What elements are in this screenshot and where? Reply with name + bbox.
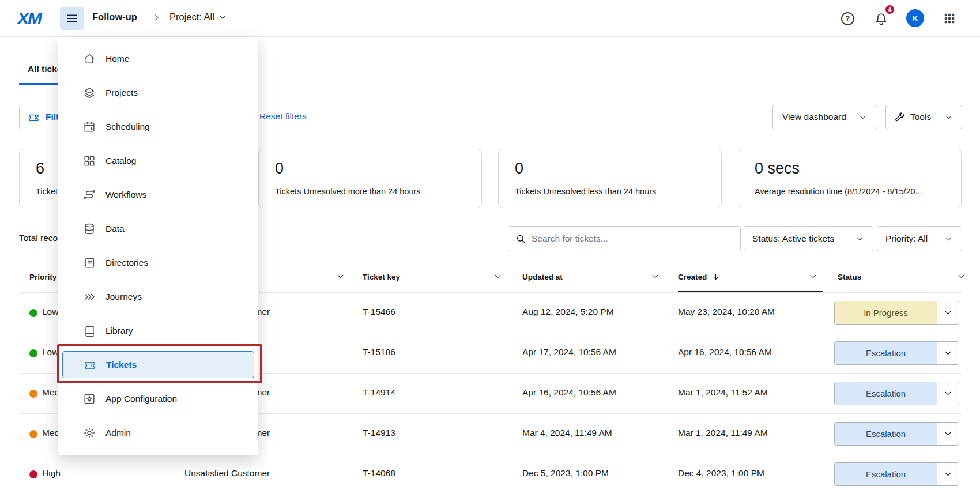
status-label: Escalation: [835, 463, 937, 485]
status-badge[interactable]: Escalation: [834, 462, 959, 486]
menu-item-data[interactable]: Data: [58, 212, 258, 246]
menu-item-label: Admin: [105, 428, 131, 438]
created-cell: Dec 4, 2023, 1:00 PM: [678, 468, 764, 478]
created-label: Created: [678, 273, 707, 281]
created-cell: Apr 16, 2024, 10:56 AM: [678, 347, 772, 357]
chevron-down-icon[interactable]: [937, 342, 959, 364]
created-cell: Mar 1, 2024, 11:52 AM: [678, 387, 768, 398]
stat-label: Tickets Unresolved more than 24 hours: [275, 187, 465, 196]
menu-item-directories[interactable]: Directories: [58, 246, 258, 280]
journeys-chevrons-icon: [82, 290, 96, 304]
updated-at-cell: Dec 5, 2023, 1:00 PM: [522, 468, 609, 478]
avatar[interactable]: K: [906, 9, 924, 27]
priority-filter-dropdown[interactable]: Priority: All: [877, 226, 962, 251]
stat-value: 0: [275, 159, 465, 178]
stat-label: Average resolution time (8/1/2024 - 8/15…: [755, 187, 945, 196]
notification-badge: 4: [884, 4, 895, 15]
chevron-down-icon[interactable]: [937, 463, 959, 485]
sort-chevron-icon[interactable]: [808, 272, 818, 283]
chevron-right-icon: [152, 13, 161, 24]
column-header-status[interactable]: Status: [838, 273, 861, 281]
ticket-key-cell: T-14068: [363, 468, 395, 478]
chevron-down-icon: [858, 112, 868, 122]
search-box[interactable]: [508, 226, 741, 251]
priority-filter-label: Priority: All: [885, 233, 928, 244]
hamburger-icon: [66, 12, 78, 25]
ticket-name-cell: Unsatisfied Customer: [184, 468, 270, 478]
menu-item-label: Catalog: [105, 156, 136, 166]
status-label: In Progress: [835, 301, 937, 324]
tools-label: Tools: [910, 112, 931, 122]
menu-item-home[interactable]: Home: [58, 42, 258, 76]
reset-filters-link[interactable]: Reset filters: [259, 111, 307, 122]
status-badge[interactable]: Escalation: [834, 341, 959, 365]
project-label: Project: All: [169, 12, 214, 22]
status-badge[interactable]: In Progress: [834, 301, 959, 325]
sort-chevron-icon[interactable]: [493, 272, 503, 283]
column-header-priority[interactable]: Priority: [29, 273, 56, 281]
chevron-down-icon: [218, 13, 227, 22]
sort-chevron-icon[interactable]: [650, 272, 660, 283]
priority-cell: High: [42, 468, 61, 478]
breadcrumb-project-selector[interactable]: Project: All: [169, 12, 227, 22]
menu-item-app-configuration[interactable]: App Configuration: [58, 382, 258, 416]
menu-item-catalog[interactable]: Catalog: [58, 144, 258, 178]
stat-value: 0: [515, 159, 705, 178]
priority-dot-medium: [29, 430, 37, 438]
menu-item-label: Workflows: [105, 190, 146, 200]
menu-item-projects[interactable]: Projects: [58, 76, 258, 110]
menu-item-label: Journeys: [105, 292, 142, 302]
stat-card-unresolved-more-24h: 0 Tickets Unresolved more than 24 hours: [258, 149, 482, 208]
status-filter-dropdown[interactable]: Status: Active tickets: [744, 226, 873, 251]
menu-item-admin[interactable]: Admin: [58, 416, 258, 450]
database-icon: [82, 222, 96, 236]
view-dashboard-button[interactable]: View dashboard: [772, 105, 877, 129]
projects-icon: [82, 86, 96, 100]
hamburger-menu-button[interactable]: [60, 7, 84, 30]
table-row[interactable]: High Unsatisfied Customer T-14068 Dec 5,…: [19, 454, 962, 490]
wrench-icon: [894, 112, 905, 123]
updated-at-cell: Mar 4, 2024, 11:49 AM: [522, 428, 612, 438]
workflows-icon: [82, 188, 96, 202]
ticket-key-cell: T-14913: [363, 428, 395, 438]
column-header-created[interactable]: Created: [678, 273, 720, 281]
search-input[interactable]: [532, 233, 733, 244]
stat-label: Tickets Unresolved less than 24 hours: [515, 187, 705, 196]
sort-chevron-icon[interactable]: [956, 272, 966, 283]
app-switcher-button[interactable]: [941, 10, 958, 27]
directories-icon: [82, 256, 96, 270]
ticket-key-cell: T-15466: [363, 307, 395, 317]
menu-item-workflows[interactable]: Workflows: [58, 178, 258, 212]
ticketing-app: XM Follow-up Project: All ? 4 K: [0, 0, 980, 490]
menu-item-label: Directories: [105, 258, 148, 268]
help-button[interactable]: ?: [839, 10, 856, 27]
column-header-updated-at[interactable]: Updated at: [522, 273, 563, 281]
stat-card-avg-resolution: 0 secs Average resolution time (8/1/2024…: [738, 149, 962, 208]
menu-item-journeys[interactable]: Journeys: [58, 280, 258, 314]
menu-item-label: Tickets: [106, 360, 137, 370]
chevron-down-icon[interactable]: [937, 301, 959, 324]
search-icon: [515, 233, 526, 244]
menu-item-scheduling[interactable]: Scheduling: [58, 110, 258, 144]
priority-cell: Low: [42, 307, 58, 317]
calendar-icon: [82, 120, 96, 134]
tickets-icon: [83, 358, 97, 372]
created-cell: May 23, 2024, 10:20 AM: [678, 307, 775, 317]
menu-item-library[interactable]: Library: [58, 314, 258, 348]
status-label: Escalation: [835, 423, 937, 445]
tools-button[interactable]: Tools: [885, 105, 962, 129]
status-label: Escalation: [835, 382, 937, 405]
xm-logo: XM: [17, 9, 41, 28]
catalog-grid-icon: [82, 154, 96, 168]
sort-chevron-icon[interactable]: [336, 272, 345, 283]
status-badge[interactable]: Escalation: [834, 422, 959, 446]
status-filter-label: Status: Active tickets: [752, 233, 834, 244]
priority-dot-low: [29, 309, 37, 317]
chevron-down-icon[interactable]: [937, 382, 959, 405]
column-header-ticket-key[interactable]: Ticket key: [363, 273, 400, 281]
status-badge[interactable]: Escalation: [834, 382, 959, 405]
priority-dot-medium: [29, 390, 37, 398]
menu-item-tickets[interactable]: Tickets: [62, 351, 254, 378]
chevron-down-icon[interactable]: [937, 423, 959, 445]
menu-item-label: App Configuration: [105, 394, 177, 404]
